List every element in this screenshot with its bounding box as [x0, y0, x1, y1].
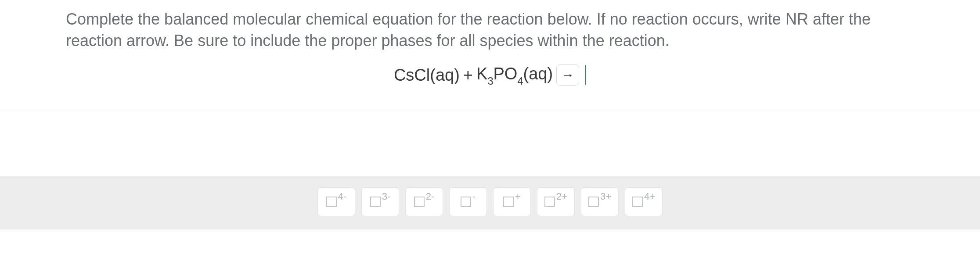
reactant-1-text: CsCl(aq) — [394, 66, 460, 84]
reactant-2-sub1: 3 — [487, 75, 493, 87]
reactant-2-sub2: 4 — [517, 75, 523, 87]
placeholder-box-icon — [370, 197, 381, 207]
charge-button-2-minus[interactable]: 2- — [405, 187, 443, 216]
placeholder-box-icon — [414, 197, 425, 207]
plus-sign: + — [463, 66, 473, 85]
arrow-icon: → — [561, 68, 574, 82]
reactant-2: K3PO4(aq) — [476, 64, 553, 86]
reactant-2-prefix: K — [476, 64, 487, 83]
charge-label: 3- — [382, 192, 391, 201]
charge-label: 3+ — [600, 192, 611, 201]
charge-label: - — [472, 192, 476, 201]
charge-button-2-plus[interactable]: 2+ — [537, 187, 575, 216]
placeholder-box-icon — [588, 197, 599, 207]
spacer — [0, 110, 980, 176]
charge-toolbar: 4- 3- 2- - + 2+ 3+ 4+ — [0, 176, 980, 229]
reactant-2-mid: PO — [493, 64, 517, 83]
reaction-arrow-box[interactable]: → — [556, 64, 579, 86]
charge-button-minus[interactable]: - — [449, 187, 487, 216]
placeholder-box-icon — [632, 197, 643, 207]
charge-button-plus[interactable]: + — [493, 187, 531, 216]
charge-label: 2+ — [556, 192, 567, 201]
placeholder-box-icon — [544, 197, 555, 207]
placeholder-box-icon — [503, 197, 514, 207]
placeholder-box-icon — [461, 197, 471, 207]
charge-button-4-minus[interactable]: 4- — [317, 187, 355, 216]
charge-label: 4+ — [644, 192, 655, 201]
reactant-1: CsCl(aq) — [394, 66, 460, 85]
charge-label: 4- — [338, 192, 347, 201]
charge-label: 2- — [426, 192, 435, 201]
charge-button-3-plus[interactable]: 3+ — [581, 187, 619, 216]
text-cursor — [585, 65, 586, 85]
equation-row: CsCl(aq) + K3PO4(aq) → — [66, 64, 914, 97]
reactant-2-suffix: (aq) — [523, 64, 553, 83]
charge-label: + — [515, 192, 521, 201]
charge-button-3-minus[interactable]: 3- — [361, 187, 399, 216]
placeholder-box-icon — [326, 197, 337, 207]
charge-button-4-plus[interactable]: 4+ — [625, 187, 663, 216]
question-area: Complete the balanced molecular chemical… — [0, 0, 980, 110]
question-text: Complete the balanced molecular chemical… — [66, 9, 914, 51]
